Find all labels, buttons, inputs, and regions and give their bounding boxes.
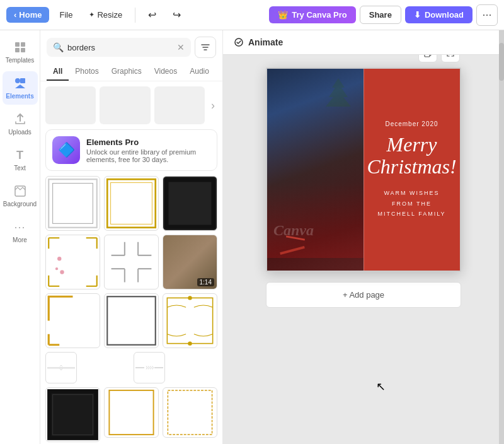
crown-icon: 👑 bbox=[278, 10, 288, 20]
more-icon: ··· bbox=[13, 220, 27, 234]
christmas-card-content: Canva bbox=[267, 69, 460, 271]
svg-point-36 bbox=[188, 341, 192, 345]
tab-graphics[interactable]: Graphics bbox=[105, 63, 148, 81]
svg-point-4 bbox=[15, 78, 20, 83]
video-thumb-1[interactable]: 1:14 bbox=[163, 235, 217, 289]
file-button[interactable]: File bbox=[53, 7, 79, 23]
more-icon: ··· bbox=[482, 8, 491, 21]
thumb-row-2: 1:14 bbox=[45, 235, 217, 289]
tab-all[interactable]: All bbox=[47, 63, 69, 81]
border-thumb-3[interactable] bbox=[163, 176, 217, 231]
text-label: Text bbox=[14, 165, 25, 172]
add-page-button[interactable]: + Add page bbox=[266, 282, 461, 308]
elements-icon bbox=[13, 76, 27, 90]
border-thumb-7[interactable] bbox=[104, 293, 159, 348]
border-thumb-4[interactable] bbox=[45, 235, 100, 289]
background-icon bbox=[13, 184, 27, 198]
clear-search-button[interactable]: ✕ bbox=[177, 42, 185, 52]
svg-rect-3 bbox=[21, 48, 25, 52]
sidebar-item-more[interactable]: ··· More bbox=[3, 215, 38, 248]
promo-title: Elements Pro bbox=[86, 137, 210, 147]
add-page-label: + Add page bbox=[343, 290, 384, 300]
svg-rect-33 bbox=[107, 296, 156, 345]
more-label: More bbox=[13, 237, 27, 243]
design-card[interactable]: Canva bbox=[266, 67, 461, 272]
promo-banner[interactable]: 🔷 Elements Pro Unlock our entire library… bbox=[45, 129, 217, 171]
card-vertical-line bbox=[364, 69, 364, 271]
share-button[interactable]: Share bbox=[360, 6, 401, 24]
more-options-button[interactable]: ··· bbox=[476, 4, 498, 26]
svg-rect-10 bbox=[107, 179, 156, 228]
border-thumb-6[interactable] bbox=[45, 293, 100, 348]
card-merry-christmas: Merry Christmas! bbox=[367, 134, 456, 178]
placeholder-2 bbox=[100, 86, 150, 124]
sidebar-item-uploads[interactable]: Uploads bbox=[3, 107, 38, 141]
svg-rect-9 bbox=[53, 184, 93, 224]
redo-icon: ↪ bbox=[173, 9, 181, 21]
tab-audio[interactable]: Audio bbox=[183, 63, 215, 81]
svg-rect-0 bbox=[15, 42, 20, 47]
border-thumb-9[interactable] bbox=[45, 352, 77, 383]
card-warm-wishes: WARM WISHES FROM THE MITCHELL FAMILY bbox=[372, 188, 451, 219]
search-input-wrap[interactable]: 🔍 ✕ bbox=[47, 38, 191, 57]
search-input[interactable] bbox=[67, 43, 173, 52]
home-button[interactable]: ‹ Home bbox=[6, 7, 49, 23]
placeholder-1 bbox=[45, 86, 96, 124]
card-photo-half: Canva bbox=[267, 69, 364, 271]
svg-rect-13 bbox=[169, 182, 212, 225]
canvas-scrollbar[interactable] bbox=[499, 30, 504, 444]
try-canva-button[interactable]: 👑 Try Canva Pro bbox=[269, 6, 355, 23]
search-tabs: All Photos Graphics Videos Audio bbox=[40, 58, 222, 81]
sidebar-item-templates[interactable]: Templates bbox=[3, 35, 38, 69]
sidebar: Templates Elements Uploads T bbox=[0, 30, 40, 444]
copy-page-button[interactable] bbox=[418, 55, 437, 62]
promo-icon: 🔷 bbox=[52, 136, 80, 164]
chevron-right-icon[interactable]: › bbox=[209, 96, 217, 115]
border-thumb-12[interactable] bbox=[104, 387, 159, 438]
expand-page-button[interactable] bbox=[441, 55, 460, 62]
sidebar-item-background[interactable]: Background bbox=[3, 179, 38, 213]
sidebar-item-text[interactable]: T Text bbox=[3, 143, 38, 177]
border-thumb-5[interactable] bbox=[104, 235, 159, 289]
placeholder-row: › bbox=[45, 86, 217, 124]
search-icon: 🔍 bbox=[53, 42, 64, 52]
border-thumb-8[interactable] bbox=[163, 293, 217, 348]
svg-rect-45 bbox=[168, 390, 212, 435]
card-date: December 2020 bbox=[385, 120, 438, 127]
sidebar-item-elements[interactable]: Elements bbox=[3, 71, 38, 105]
promo-text: Elements Pro Unlock our entire library o… bbox=[86, 137, 210, 163]
svg-marker-6 bbox=[15, 85, 25, 88]
border-thumb-11[interactable] bbox=[45, 387, 100, 442]
redo-button[interactable]: ↪ bbox=[166, 6, 187, 24]
undo-button[interactable]: ↩ bbox=[142, 6, 163, 24]
filter-button[interactable] bbox=[195, 37, 216, 58]
topbar: ‹ Home File ✦ Resize ↩ ↪ 👑 Try Canva Pro… bbox=[0, 0, 504, 30]
video-duration-badge: 1:14 bbox=[197, 278, 214, 286]
cursor: ↖ bbox=[376, 380, 386, 394]
animate-label: Animate bbox=[248, 37, 283, 47]
svg-rect-8 bbox=[49, 179, 97, 228]
try-canva-label: Try Canva Pro bbox=[292, 10, 346, 20]
svg-rect-5 bbox=[20, 78, 25, 83]
svg-rect-34 bbox=[167, 298, 212, 343]
border-thumb-13[interactable] bbox=[163, 387, 217, 438]
thumb-row-4 bbox=[45, 352, 217, 383]
elements-label: Elements bbox=[6, 93, 33, 100]
card-toolbar bbox=[418, 55, 460, 62]
svg-rect-47 bbox=[425, 55, 430, 57]
download-icon: ⬇ bbox=[414, 10, 421, 20]
svg-rect-7 bbox=[15, 186, 25, 196]
border-thumb-2[interactable] bbox=[104, 176, 159, 231]
tab-photos[interactable]: Photos bbox=[69, 63, 105, 81]
xmas-photo: Canva bbox=[267, 69, 364, 271]
text-icon: T bbox=[13, 148, 27, 162]
download-button[interactable]: ⬇ Download bbox=[405, 6, 472, 23]
border-thumb-1[interactable] bbox=[45, 176, 100, 231]
tab-videos[interactable]: Videos bbox=[148, 63, 183, 81]
page-canvas-wrapper: Canva bbox=[253, 55, 474, 444]
border-thumb-10[interactable] bbox=[134, 352, 165, 383]
animate-button[interactable]: Animate bbox=[233, 37, 283, 48]
resize-button[interactable]: ✦ Resize bbox=[83, 7, 129, 23]
card-text-half: December 2020 Merry Christmas! WARM WISH… bbox=[364, 69, 460, 271]
thumb-row-1 bbox=[45, 176, 217, 231]
